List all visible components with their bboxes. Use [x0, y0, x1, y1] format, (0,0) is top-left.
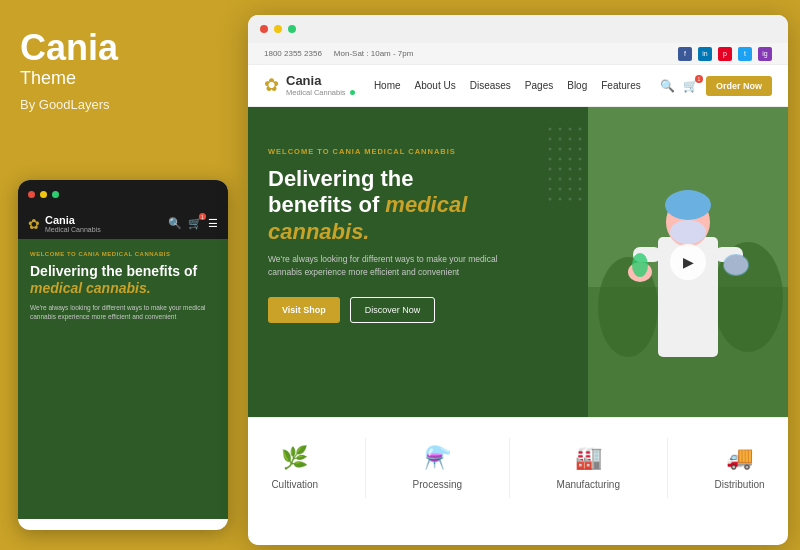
site-hero: WELCOME TO CANIA MEDICAL CANNABIS Delive… — [248, 107, 788, 417]
brand-subtitle: Theme — [20, 68, 225, 89]
site-phone: 1800 2355 2356 — [264, 49, 322, 58]
feature-divider-2 — [509, 438, 510, 498]
mobile-welcome-text: WELCOME TO CANIA MEDICAL CANNABIS — [30, 251, 216, 257]
mobile-header: ✿ Cania Medical Cannabis 🔍 🛒 1 ☰ — [18, 208, 228, 239]
site-header: ✿ Cania Medical Cannabis Home About Us D… — [248, 65, 788, 107]
nav-diseases[interactable]: Diseases — [470, 80, 511, 91]
site-nav: Home About Us Diseases Pages Blog Featur… — [374, 80, 641, 91]
svg-point-8 — [665, 190, 711, 220]
brand-author: By GoodLayers — [20, 97, 225, 112]
twitter-icon[interactable]: t — [738, 47, 752, 61]
mobile-top-bar — [18, 180, 228, 208]
nav-pages[interactable]: Pages — [525, 80, 553, 91]
visit-shop-button[interactable]: Visit Shop — [268, 297, 340, 323]
mobile-logo-sub: Medical Cannabis — [45, 226, 101, 233]
feature-manufacturing: 🏭 Manufacturing — [557, 445, 620, 490]
distribution-icon: 🚚 — [726, 445, 753, 471]
hero-content: WELCOME TO CANIA MEDICAL CANNABIS Delive… — [248, 107, 545, 417]
distribution-label: Distribution — [715, 479, 765, 490]
features-bar: 🌿 Cultivation ⚗️ Processing 🏭 Manufactur… — [248, 417, 788, 517]
mobile-dot-red — [28, 191, 35, 198]
mobile-hero-desc: We're always looking for different ways … — [30, 303, 216, 321]
mobile-content: WELCOME TO CANIA MEDICAL CANNABIS Delive… — [18, 239, 228, 519]
hero-buttons: Visit Shop Discover Now — [268, 297, 525, 323]
feature-divider-1 — [365, 438, 366, 498]
processing-label: Processing — [413, 479, 462, 490]
left-panel: Cania Theme By GoodLayers ✿ Cania Medica… — [0, 0, 245, 550]
online-dot — [350, 90, 355, 95]
brand-title: Cania — [20, 30, 225, 66]
hero-title: Delivering the benefits of medicalcannab… — [268, 166, 525, 245]
mobile-menu-icon[interactable]: ☰ — [208, 217, 218, 230]
site-logo-icon: ✿ — [264, 74, 279, 96]
mobile-cart-badge: 1 — [199, 213, 206, 220]
svg-point-14 — [723, 254, 749, 276]
order-now-button[interactable]: Order Now — [706, 76, 772, 96]
hero-description: We're always looking for different ways … — [268, 253, 508, 279]
cultivation-label: Cultivation — [271, 479, 318, 490]
nav-home[interactable]: Home — [374, 80, 401, 91]
site-logo-name: Cania — [286, 74, 355, 88]
facebook-icon[interactable]: f — [678, 47, 692, 61]
site-social-icons: f in p t ig — [678, 47, 772, 61]
site-logo-area: ✿ Cania Medical Cannabis — [264, 74, 355, 97]
processing-icon: ⚗️ — [424, 445, 451, 471]
mobile-cart-icon[interactable]: 🛒 1 — [188, 217, 202, 230]
pinterest-icon[interactable]: p — [718, 47, 732, 61]
mobile-mockup: ✿ Cania Medical Cannabis 🔍 🛒 1 ☰ WELCOME… — [18, 180, 228, 530]
play-button[interactable]: ▶ — [670, 244, 706, 280]
site-top-bar-left: 1800 2355 2356 Mon-Sat : 10am - 7pm — [264, 49, 413, 58]
hero-welcome-text: WELCOME TO CANIA MEDICAL CANNABIS — [268, 147, 525, 156]
mobile-hero-accent: medical cannabis. — [30, 280, 151, 296]
site-hours: Mon-Sat : 10am - 7pm — [334, 49, 414, 58]
svg-point-15 — [670, 220, 706, 244]
nav-about[interactable]: About Us — [415, 80, 456, 91]
browser-top-bar — [248, 15, 788, 43]
feature-distribution: 🚚 Distribution — [715, 445, 765, 490]
site-search-icon[interactable]: 🔍 — [660, 79, 675, 93]
mobile-dot-green — [52, 191, 59, 198]
hero-image-overlay: ▶ — [588, 107, 788, 417]
manufacturing-label: Manufacturing — [557, 479, 620, 490]
discover-now-button[interactable]: Discover Now — [350, 297, 436, 323]
site-cart-icon[interactable]: 🛒 1 — [683, 79, 698, 93]
cultivation-icon: 🌿 — [281, 445, 308, 471]
nav-features[interactable]: Features — [601, 80, 640, 91]
feature-cultivation: 🌿 Cultivation — [271, 445, 318, 490]
hero-image: ▶ — [588, 107, 788, 417]
mobile-logo-name: Cania — [45, 214, 101, 226]
mobile-logo-icon: ✿ — [28, 216, 40, 232]
linkedin-icon[interactable]: in — [698, 47, 712, 61]
svg-point-13 — [632, 253, 648, 277]
browser-dot-yellow — [274, 25, 282, 33]
browser-dot-green — [288, 25, 296, 33]
feature-divider-3 — [667, 438, 668, 498]
nav-blog[interactable]: Blog — [567, 80, 587, 91]
mobile-hero-title: Delivering the benefits of medical canna… — [30, 263, 216, 297]
site-cart-badge: 1 — [695, 75, 703, 83]
mobile-nav-icons: 🔍 🛒 1 ☰ — [168, 217, 218, 230]
feature-processing: ⚗️ Processing — [413, 445, 462, 490]
instagram-icon[interactable]: ig — [758, 47, 772, 61]
site-top-bar: 1800 2355 2356 Mon-Sat : 10am - 7pm f in… — [248, 43, 788, 65]
site-logo-sub: Medical Cannabis — [286, 88, 355, 97]
site-nav-icons: 🔍 🛒 1 Order Now — [660, 76, 772, 96]
mobile-search-icon[interactable]: 🔍 — [168, 217, 182, 230]
manufacturing-icon: 🏭 — [575, 445, 602, 471]
browser-mockup: 1800 2355 2356 Mon-Sat : 10am - 7pm f in… — [248, 15, 788, 545]
browser-dot-red — [260, 25, 268, 33]
mobile-dot-yellow — [40, 191, 47, 198]
mobile-logo-area: ✿ Cania Medical Cannabis — [28, 214, 101, 233]
